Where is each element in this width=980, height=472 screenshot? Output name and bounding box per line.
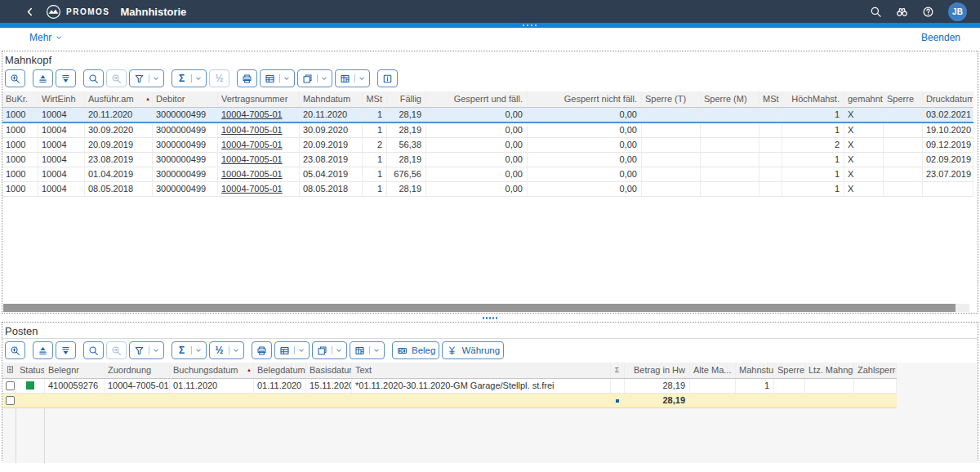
views-button[interactable]	[274, 341, 310, 359]
cell: 1	[363, 182, 387, 196]
column-header[interactable]: Text	[352, 363, 611, 378]
cell: 56,38	[387, 138, 426, 152]
column-header[interactable]: Sperre	[774, 363, 805, 378]
column-header[interactable]: Belegnr	[45, 363, 105, 378]
info-button[interactable]	[377, 69, 398, 87]
find-button[interactable]	[83, 341, 104, 359]
column-header[interactable]: Mahnstuf.	[736, 363, 774, 378]
column-header[interactable]: Ltz. Mahng.	[805, 363, 854, 378]
total-button[interactable]: Σ	[172, 69, 207, 87]
column-header[interactable]: Status	[16, 363, 45, 378]
cell	[642, 153, 701, 167]
layout-button[interactable]	[350, 341, 385, 359]
column-header[interactable]: Fällig	[387, 91, 426, 107]
cell	[642, 138, 701, 152]
mahnkopf-row[interactable]: 10001000420.11.2020300000049910004-7005-…	[2, 108, 973, 123]
cell: 01.11.2020	[170, 379, 254, 393]
export-button[interactable]	[297, 69, 332, 87]
sort-ascending-button[interactable]	[33, 341, 53, 359]
export-button[interactable]	[312, 341, 347, 359]
vertragsnummer-link[interactable]: 10004-7005-01	[221, 140, 283, 149]
column-header[interactable]: Mahndatum	[300, 91, 363, 107]
column-header[interactable]: Zahlsperre	[854, 363, 897, 378]
column-header[interactable]: Vertragsnummer	[218, 91, 300, 107]
cell	[760, 138, 782, 152]
beleg-button[interactable]: Beleg	[392, 341, 439, 359]
details-button[interactable]	[5, 69, 25, 87]
cell: 1	[782, 167, 844, 181]
sort-ascending-button[interactable]	[33, 69, 53, 87]
column-header[interactable]: BuKr.	[2, 91, 38, 107]
cell: 3000000499	[153, 138, 218, 152]
sort-descending-button[interactable]	[56, 69, 76, 87]
waehrung-button[interactable]: Währung	[442, 341, 504, 359]
column-header[interactable]: Betrag in Hw	[625, 363, 690, 378]
shell-splitter[interactable]	[0, 23, 980, 28]
row-checkbox[interactable]	[6, 381, 15, 390]
column-header[interactable]: Sperre (T)	[642, 91, 701, 107]
section-splitter[interactable]	[0, 314, 980, 322]
column-header[interactable]: Sperre (M)	[701, 91, 760, 107]
column-header[interactable]: Belegdatum	[254, 363, 306, 378]
subtotal-button[interactable]: ½	[209, 341, 244, 359]
print-button[interactable]	[237, 69, 257, 87]
back-button[interactable]	[24, 7, 35, 17]
mahnkopf-row[interactable]: 10001000401.04.2019300000049910004-7005-…	[2, 167, 973, 182]
mahnkopf-row[interactable]: 10001000430.09.2020300000049910004-7005-…	[2, 123, 973, 138]
mehr-menu-button[interactable]: Mehr	[29, 32, 63, 43]
column-header[interactable]: Buchungsdatum▲	[170, 363, 254, 378]
views-button[interactable]	[260, 69, 295, 87]
vertragsnummer-link[interactable]: 10004-7005-01	[221, 154, 283, 164]
cell: 10004	[38, 167, 85, 181]
beenden-button[interactable]: Beenden	[921, 32, 960, 43]
cell: 0,00	[426, 153, 528, 167]
mahnkopf-toolbar: Σ½	[2, 67, 978, 91]
column-header[interactable]: Druckdatum	[923, 91, 973, 107]
column-header[interactable]: Gesperrt nicht fäll.	[528, 91, 642, 107]
row-checkbox[interactable]	[6, 396, 15, 405]
filter-button[interactable]	[129, 69, 164, 87]
find-button[interactable]	[83, 69, 104, 87]
column-header[interactable]: Debitor	[153, 91, 218, 107]
column-header[interactable]: Ausführ.am▲	[85, 91, 153, 107]
vertragsnummer-link[interactable]: 10004-7005-01	[221, 169, 283, 179]
details-button[interactable]	[5, 341, 25, 359]
sort-descending-button[interactable]	[56, 341, 76, 359]
column-header[interactable]: Σ	[611, 363, 625, 378]
horizontal-scrollbar[interactable]	[3, 304, 969, 312]
column-header[interactable]: HöchMahst.	[782, 91, 844, 107]
mahnkopf-row[interactable]: 10001000420.09.2019300000049910004-7005-…	[2, 138, 973, 153]
hscrollbar-thumb[interactable]	[3, 304, 956, 312]
vertragsnummer-link[interactable]: 10004-7005-01	[221, 184, 283, 194]
vertragsnummer-link[interactable]: 10004-7005-01	[221, 125, 283, 135]
column-header[interactable]: MSt	[760, 91, 782, 107]
column-header[interactable]: Zuordnung	[105, 363, 170, 378]
cell: 676,56	[387, 167, 426, 181]
column-header[interactable]: Gesperrt und fäll.	[426, 91, 528, 107]
find-next-button	[106, 69, 127, 87]
binoculars-icon[interactable]	[896, 6, 908, 18]
posten-row[interactable]: 410005927610004-7005-0101.11.202001.11.2…	[2, 379, 897, 394]
total-row[interactable]: 28,19	[2, 394, 897, 408]
search-icon[interactable]	[870, 6, 882, 18]
print-button[interactable]	[252, 341, 272, 359]
mahnkopf-row[interactable]: 10001000408.05.2018300000049910004-7005-…	[2, 182, 973, 197]
sort-descending-icon	[60, 345, 72, 356]
column-header[interactable]	[2, 363, 16, 378]
filter-button[interactable]	[129, 341, 164, 359]
column-header[interactable]: gemahnt	[844, 91, 884, 107]
total-button[interactable]: Σ	[172, 341, 207, 359]
mahnkopf-row[interactable]: 10001000423.08.2019300000049910004-7005-…	[2, 153, 973, 167]
column-header[interactable]: Alte Ma...	[690, 363, 736, 378]
avatar[interactable]: JB	[948, 2, 967, 21]
column-header[interactable]: WirtEinh	[38, 91, 85, 107]
column-header[interactable]: MSt	[363, 91, 387, 107]
view-grid-icon	[264, 73, 276, 84]
magnifier-next-icon	[110, 345, 122, 356]
column-header[interactable]: Sperre	[884, 91, 923, 107]
column-header[interactable]: Basisdatum	[306, 363, 352, 378]
layout-button[interactable]	[335, 69, 370, 87]
cell: 1	[782, 123, 844, 137]
vertragsnummer-link[interactable]: 10004-7005-01	[221, 109, 283, 119]
help-icon[interactable]	[922, 6, 934, 18]
